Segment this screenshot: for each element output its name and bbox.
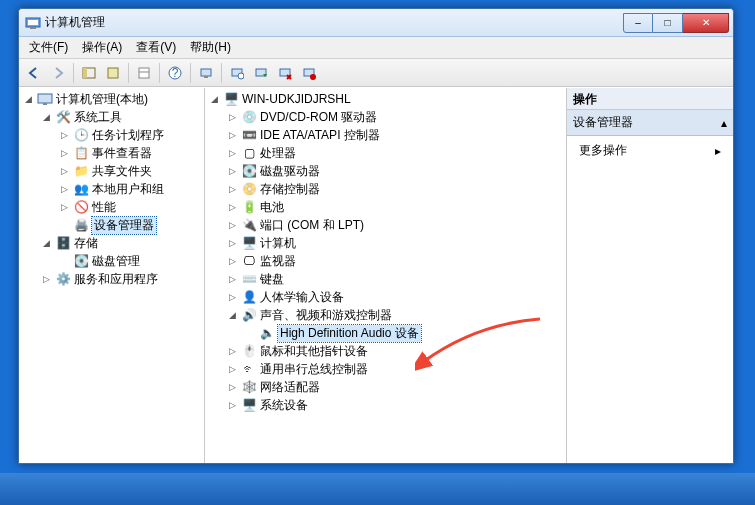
expand-icon[interactable]: ▷	[227, 346, 238, 357]
tools-icon: 🛠️	[55, 109, 71, 125]
dev-ports[interactable]: ▷🔌端口 (COM 和 LPT)	[225, 216, 566, 234]
actions-section-label: 设备管理器	[573, 114, 633, 131]
expand-icon[interactable]: ▷	[227, 382, 238, 393]
refresh-button[interactable]	[195, 62, 217, 84]
maximize-button[interactable]: □	[653, 13, 683, 33]
expand-icon[interactable]: ▷	[227, 220, 238, 231]
keyboard-icon: ⌨️	[241, 271, 257, 287]
titlebar[interactable]: 计算机管理 – □ ✕	[19, 9, 733, 37]
forward-button[interactable]	[47, 62, 69, 84]
dev-disk[interactable]: ▷💽磁盘驱动器	[225, 162, 566, 180]
taskbar[interactable]	[0, 473, 755, 505]
tree-storage[interactable]: ◢ 🗄️ 存储	[39, 234, 204, 252]
svg-rect-5	[108, 68, 118, 78]
expand-icon[interactable]: ▷	[227, 400, 238, 411]
expand-icon[interactable]: ▷	[59, 184, 70, 195]
scan-hardware-button[interactable]	[226, 62, 248, 84]
svg-rect-2	[30, 27, 36, 29]
expand-icon[interactable]: ▷	[59, 148, 70, 159]
close-button[interactable]: ✕	[683, 13, 729, 33]
dev-hd-audio[interactable]: 🔈High Definition Audio 设备	[243, 324, 566, 342]
dev-hid[interactable]: ▷👤人体学输入设备	[225, 288, 566, 306]
dev-usb[interactable]: ▷ᯤ通用串行总线控制器	[225, 360, 566, 378]
expand-icon[interactable]: ▷	[227, 292, 238, 303]
toolbar-separator	[190, 63, 191, 83]
tree-shared-folders[interactable]: ▷📁共享文件夹	[57, 162, 204, 180]
expand-icon[interactable]: ▷	[227, 274, 238, 285]
expand-icon[interactable]: ▷	[227, 202, 238, 213]
update-driver-button[interactable]	[250, 62, 272, 84]
expand-icon[interactable]: ▷	[59, 166, 70, 177]
toolbar-separator	[73, 63, 74, 83]
show-hide-tree-button[interactable]	[78, 62, 100, 84]
svg-point-13	[238, 73, 244, 79]
menu-file[interactable]: 文件(F)	[23, 37, 74, 58]
svg-rect-20	[38, 94, 52, 103]
help-button[interactable]: ?	[164, 62, 186, 84]
dev-dvd[interactable]: ▷💿DVD/CD-ROM 驱动器	[225, 108, 566, 126]
expand-icon[interactable]: ▷	[59, 202, 70, 213]
expand-icon[interactable]: ◢	[209, 94, 220, 105]
expand-icon	[59, 220, 70, 231]
dev-computer[interactable]: ▷🖥️计算机	[225, 234, 566, 252]
tree-disk-management[interactable]: 💽磁盘管理	[57, 252, 204, 270]
expand-icon[interactable]: ◢	[41, 112, 52, 123]
expand-icon[interactable]: ▷	[227, 112, 238, 123]
expand-icon[interactable]: ▷	[227, 130, 238, 141]
view-button[interactable]	[133, 62, 155, 84]
menu-help[interactable]: 帮助(H)	[184, 37, 237, 58]
menu-action[interactable]: 操作(A)	[76, 37, 128, 58]
clock-icon: 🕒	[73, 127, 89, 143]
dev-network[interactable]: ▷🕸️网络适配器	[225, 378, 566, 396]
tree-sys-tools[interactable]: ◢ 🛠️ 系统工具	[39, 108, 204, 126]
expand-icon[interactable]: ◢	[227, 310, 238, 321]
tree-root[interactable]: ◢ 计算机管理(本地)	[21, 90, 204, 108]
tree-device-manager[interactable]: 🖨️设备管理器	[57, 216, 204, 234]
dev-storage-ctrl[interactable]: ▷📀存储控制器	[225, 180, 566, 198]
devmgr-icon: 🖨️	[73, 217, 89, 233]
expand-icon[interactable]: ▷	[227, 166, 238, 177]
computer-management-window: 计算机管理 – □ ✕ 文件(F) 操作(A) 查看(V) 帮助(H) ?	[18, 8, 734, 464]
dev-battery[interactable]: ▷🔋电池	[225, 198, 566, 216]
collapse-icon[interactable]: ▴	[721, 116, 727, 130]
tree-performance[interactable]: ▷🚫性能	[57, 198, 204, 216]
dev-root[interactable]: ◢ 🖥️ WIN-UDKJIDJRSHL	[207, 90, 566, 108]
back-button[interactable]	[23, 62, 45, 84]
tree-event-viewer[interactable]: ▷📋事件查看器	[57, 144, 204, 162]
content-area: ◢ 计算机管理(本地) ◢ 🛠️ 系统工具 ▷🕒任务计划程	[19, 87, 733, 463]
dev-system[interactable]: ▷🖥️系统设备	[225, 396, 566, 414]
expand-icon[interactable]: ▷	[227, 148, 238, 159]
app-icon	[25, 15, 41, 31]
dev-ide[interactable]: ▷📼IDE ATA/ATAPI 控制器	[225, 126, 566, 144]
actions-header: 操作	[567, 88, 733, 110]
expand-icon[interactable]: ▷	[41, 274, 52, 285]
svg-rect-10	[201, 69, 211, 76]
tree-task-scheduler[interactable]: ▷🕒任务计划程序	[57, 126, 204, 144]
uninstall-button[interactable]	[274, 62, 296, 84]
dev-sound[interactable]: ◢🔊声音、视频和游戏控制器	[225, 306, 566, 324]
dev-keyboard[interactable]: ▷⌨️键盘	[225, 270, 566, 288]
actions-section[interactable]: 设备管理器 ▴	[567, 110, 733, 136]
left-pane[interactable]: ◢ 计算机管理(本地) ◢ 🛠️ 系统工具 ▷🕒任务计划程	[19, 88, 205, 463]
properties-button[interactable]	[102, 62, 124, 84]
menu-view[interactable]: 查看(V)	[130, 37, 182, 58]
dev-monitor[interactable]: ▷🖵监视器	[225, 252, 566, 270]
minimize-button[interactable]: –	[623, 13, 653, 33]
tree-local-users[interactable]: ▷👥本地用户和组	[57, 180, 204, 198]
device-manager-pane[interactable]: ◢ 🖥️ WIN-UDKJIDJRSHL ▷💿DVD/CD-ROM 驱动器 ▷📼…	[205, 88, 567, 463]
expand-icon[interactable]: ◢	[23, 94, 34, 105]
expand-icon[interactable]: ◢	[41, 238, 52, 249]
dev-cpu[interactable]: ▷▢处理器	[225, 144, 566, 162]
expand-icon[interactable]: ▷	[227, 256, 238, 267]
expand-icon[interactable]: ▷	[59, 130, 70, 141]
expand-icon[interactable]: ▷	[227, 364, 238, 375]
toolbar-separator	[159, 63, 160, 83]
disable-button[interactable]	[298, 62, 320, 84]
svg-rect-4	[83, 68, 87, 78]
speaker-icon: 🔈	[259, 325, 275, 341]
expand-icon[interactable]: ▷	[227, 184, 238, 195]
dev-mouse[interactable]: ▷🖱️鼠标和其他指针设备	[225, 342, 566, 360]
actions-more[interactable]: 更多操作 ▸	[567, 136, 733, 165]
tree-services-apps[interactable]: ▷ ⚙️ 服务和应用程序	[39, 270, 204, 288]
expand-icon[interactable]: ▷	[227, 238, 238, 249]
